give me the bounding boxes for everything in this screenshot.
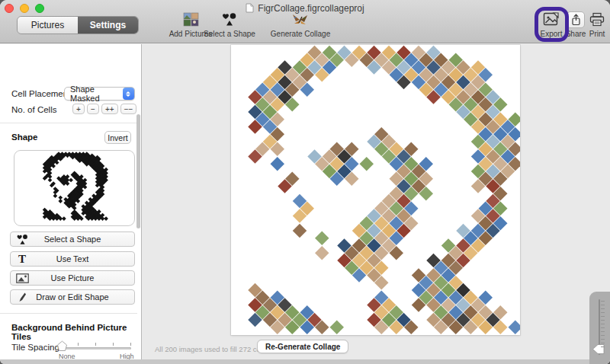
zoom-tick bbox=[601, 316, 605, 317]
zoom-tick bbox=[601, 331, 605, 332]
collage-mosaic bbox=[231, 45, 520, 335]
tab-settings[interactable]: Settings bbox=[78, 17, 138, 34]
zoom-tick bbox=[601, 320, 605, 321]
background-section-title: Background Behind Picture Tiles bbox=[11, 323, 141, 341]
sidebar-scrollbar-thumb[interactable] bbox=[136, 114, 140, 228]
divider bbox=[0, 123, 137, 123]
use-picture-button[interactable]: Use Picture bbox=[10, 270, 135, 286]
zoom-tick bbox=[601, 324, 605, 324]
zoom-tick bbox=[601, 312, 605, 313]
zoom-tick bbox=[601, 343, 605, 343]
cell-placement-popup[interactable]: Shape Masked bbox=[64, 87, 135, 101]
tile-spacing-slider[interactable] bbox=[61, 347, 131, 350]
use-picture-label: Use Picture bbox=[11, 273, 134, 283]
titlebar-toolbar: FigrCollage.figrcollageproj Pictures Set… bbox=[0, 0, 610, 43]
zoom-tick bbox=[601, 327, 605, 328]
collage-canvas bbox=[231, 45, 520, 335]
popup-stepper-icon bbox=[123, 88, 134, 100]
window-bottom-edge bbox=[0, 359, 610, 364]
butterfly-icon bbox=[291, 12, 310, 27]
generate-collage-label: Generate Collage bbox=[271, 30, 330, 38]
use-text-button[interactable]: T Use Text bbox=[10, 251, 135, 267]
zoom-slider-panel bbox=[589, 292, 610, 364]
cells-plus-plus-button[interactable]: ++ bbox=[101, 104, 118, 114]
no-of-cells-controls: + − ++ −− bbox=[72, 104, 136, 114]
use-text-label: Use Text bbox=[11, 254, 134, 263]
cells-plus-button[interactable]: + bbox=[72, 104, 85, 114]
select-shape-toolbar-button[interactable]: Select a Shape bbox=[201, 11, 258, 38]
zoom-tick bbox=[601, 335, 605, 336]
divider bbox=[0, 313, 137, 314]
zoom-tick bbox=[601, 308, 605, 309]
settings-sidebar: Cell Placement Shape Masked No. of Cells… bbox=[0, 44, 142, 359]
status-bar: All 200 images used to fill 272 cells. R… bbox=[143, 340, 610, 359]
no-of-cells-label: No. of Cells bbox=[11, 105, 56, 114]
zoom-tick bbox=[601, 339, 605, 340]
tab-pictures[interactable]: Pictures bbox=[18, 17, 78, 34]
draw-or-edit-shape-label: Draw or Edit Shape bbox=[11, 292, 134, 302]
invert-button[interactable]: Invert bbox=[104, 131, 131, 144]
select-a-shape-label: Select a Shape bbox=[11, 235, 134, 244]
print-button[interactable]: Print bbox=[569, 11, 610, 38]
print-icon bbox=[589, 12, 605, 27]
collage-workspace: All 200 images used to fill 272 cells. R… bbox=[143, 44, 610, 364]
shapes-icon bbox=[221, 12, 238, 27]
zoom-tick bbox=[601, 305, 605, 305]
app-window: FigrCollage.figrcollageproj Pictures Set… bbox=[0, 0, 610, 364]
status-message: All 200 images used to fill 272 cells. bbox=[155, 345, 270, 353]
cells-minus-button[interactable]: − bbox=[87, 104, 99, 114]
generate-collage-button[interactable]: Generate Collage bbox=[272, 11, 329, 38]
zoom-tick bbox=[601, 346, 605, 347]
draw-or-edit-shape-button[interactable]: Draw or Edit Shape bbox=[10, 289, 135, 305]
cells-minus-minus-button[interactable]: −− bbox=[120, 104, 137, 114]
shape-preview bbox=[14, 150, 135, 226]
cell-placement-label: Cell Placement bbox=[11, 89, 70, 98]
zoom-tick bbox=[601, 301, 605, 302]
add-pictures-icon bbox=[183, 12, 199, 27]
regenerate-collage-button[interactable]: Re-Generate Collage bbox=[257, 340, 348, 353]
shape-section-title: Shape bbox=[11, 133, 38, 142]
select-a-shape-button[interactable]: Select a Shape bbox=[10, 231, 135, 247]
tile-spacing-label: Tile Spacing bbox=[11, 343, 59, 352]
print-label: Print bbox=[589, 30, 605, 38]
zoom-slider-thumb[interactable] bbox=[592, 343, 605, 358]
view-segmented-control: Pictures Settings bbox=[17, 16, 139, 34]
cell-placement-value: Shape Masked bbox=[65, 85, 123, 103]
shape-stencil-image bbox=[14, 151, 133, 225]
select-shape-label: Select a Shape bbox=[204, 30, 255, 38]
